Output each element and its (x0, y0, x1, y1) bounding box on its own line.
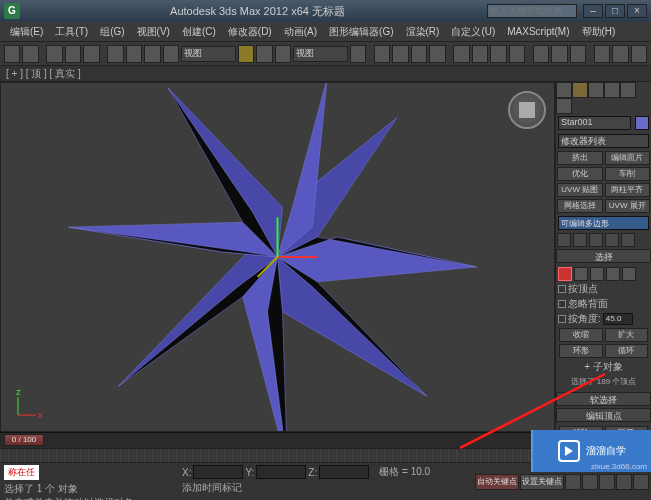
selection-filter-dropdown[interactable]: 视图 (181, 46, 236, 62)
select-button[interactable] (107, 45, 123, 63)
object-color-swatch[interactable] (635, 116, 649, 130)
angle-snap-button[interactable] (392, 45, 408, 63)
uvw-unwrap-button[interactable]: UVW 展开 (605, 199, 651, 213)
menu-graph[interactable]: 图形编辑器(G) (323, 25, 399, 39)
align-button[interactable] (490, 45, 506, 63)
by-vertex-checkbox[interactable] (558, 285, 566, 293)
menu-create[interactable]: 创建(C) (176, 25, 222, 39)
viewcube[interactable] (508, 91, 546, 129)
curve-editor-button[interactable] (533, 45, 549, 63)
layers-button[interactable] (509, 45, 525, 63)
ring-button[interactable]: 环形 (559, 344, 603, 358)
ignore-backfacing-checkbox[interactable] (558, 300, 566, 308)
move-tool[interactable] (238, 45, 254, 63)
remove-modifier-button[interactable] (605, 233, 619, 247)
uvw-map-button[interactable]: UVW 贴图 (557, 183, 603, 197)
menu-help[interactable]: 帮助(H) (576, 25, 622, 39)
rotate-tool[interactable] (256, 45, 272, 63)
menu-edit[interactable]: 编辑(E) (4, 25, 49, 39)
configure-sets-button[interactable] (621, 233, 635, 247)
show-end-result-button[interactable] (573, 233, 587, 247)
viewport[interactable]: x z (0, 82, 555, 432)
mirror-button[interactable] (472, 45, 488, 63)
mesh-select-button[interactable]: 网格选择 (557, 199, 603, 213)
snap-button[interactable] (374, 45, 390, 63)
prev-frame-button[interactable] (582, 474, 598, 490)
viewport-label[interactable]: [ + ] [ 顶 ] [ 真实 ] (6, 67, 81, 81)
hierarchy-tab[interactable] (588, 82, 604, 98)
render-frame-button[interactable] (612, 45, 628, 63)
polygon-subobject-button[interactable] (606, 267, 620, 281)
element-subobject-button[interactable] (622, 267, 636, 281)
y-coord-field[interactable] (256, 465, 306, 479)
display-tab[interactable] (620, 82, 636, 98)
next-frame-button[interactable] (616, 474, 632, 490)
modify-tab[interactable] (572, 82, 588, 98)
select-filter-button[interactable] (163, 45, 179, 63)
schematic-button[interactable] (551, 45, 567, 63)
edit-patch-button[interactable]: 编辑面片 (605, 151, 651, 165)
modifier-list-dropdown[interactable]: 修改器列表 (558, 134, 649, 148)
selection-rollout-header[interactable]: 选择 (556, 249, 651, 263)
object-name-field[interactable]: Star001 (558, 116, 631, 130)
select-region-button[interactable] (126, 45, 142, 63)
goto-start-button[interactable] (565, 474, 581, 490)
select-name-button[interactable] (144, 45, 160, 63)
script-listener[interactable]: 添加时间标记 (182, 481, 471, 495)
z-coord-field[interactable] (319, 465, 369, 479)
scale-tool[interactable] (275, 45, 291, 63)
link-button[interactable] (46, 45, 62, 63)
render-setup-button[interactable] (594, 45, 610, 63)
twm-button[interactable]: 两柱平齐 (605, 183, 651, 197)
utilities-tab[interactable] (556, 98, 572, 114)
angle-spinner[interactable]: 45.0 (603, 313, 633, 325)
spinner-snap-button[interactable] (429, 45, 445, 63)
menu-render[interactable]: 渲染(R) (400, 25, 446, 39)
create-tab[interactable] (556, 82, 572, 98)
play-button[interactable] (599, 474, 615, 490)
named-sel-button[interactable] (453, 45, 469, 63)
goto-end-button[interactable] (633, 474, 649, 490)
material-editor-button[interactable] (570, 45, 586, 63)
current-frame-indicator[interactable]: 0 / 100 (4, 434, 44, 446)
optimize-button[interactable]: 优化 (557, 167, 603, 181)
x-coord-field[interactable] (193, 465, 243, 479)
menu-group[interactable]: 组(G) (94, 25, 130, 39)
help-search-input[interactable] (487, 4, 577, 18)
make-unique-button[interactable] (589, 233, 603, 247)
grow-button[interactable]: 扩大 (605, 328, 649, 342)
pivot-button[interactable] (350, 45, 366, 63)
by-angle-checkbox[interactable] (558, 315, 566, 323)
auto-key-button[interactable]: 自动关键点 (475, 474, 519, 490)
maximize-button[interactable]: □ (605, 4, 625, 18)
percent-snap-button[interactable] (411, 45, 427, 63)
set-key-button[interactable]: 设置关键点 (520, 474, 564, 490)
stack-item-editable-poly[interactable]: 可编辑多边形 (559, 217, 648, 229)
undo-button[interactable] (4, 45, 20, 63)
close-button[interactable]: × (627, 4, 647, 18)
bind-button[interactable] (83, 45, 99, 63)
pin-stack-button[interactable] (557, 233, 571, 247)
menu-views[interactable]: 视图(V) (131, 25, 176, 39)
cap-button[interactable]: 车削 (605, 167, 651, 181)
menu-tools[interactable]: 工具(T) (49, 25, 94, 39)
menu-maxscript[interactable]: MAXScript(M) (501, 26, 575, 37)
unlink-button[interactable] (65, 45, 81, 63)
shrink-button[interactable]: 收缩 (559, 328, 603, 342)
render-button[interactable] (631, 45, 647, 63)
extrude-button[interactable]: 挤出 (557, 151, 603, 165)
modifier-stack[interactable]: 可编辑多边形 (558, 216, 649, 230)
menu-animation[interactable]: 动画(A) (278, 25, 323, 39)
redo-button[interactable] (22, 45, 38, 63)
vertex-subobject-button[interactable] (558, 267, 572, 281)
soft-selection-rollout-header[interactable]: 软选择 (556, 392, 651, 406)
menu-custom[interactable]: 自定义(U) (445, 25, 501, 39)
edge-subobject-button[interactable] (574, 267, 588, 281)
ref-coord-dropdown[interactable]: 视图 (293, 46, 348, 62)
border-subobject-button[interactable] (590, 267, 604, 281)
edit-vertices-rollout-header[interactable]: 编辑顶点 (556, 408, 651, 422)
motion-tab[interactable] (604, 82, 620, 98)
minimize-button[interactable]: – (583, 4, 603, 18)
loop-button[interactable]: 循环 (605, 344, 649, 358)
menu-modifiers[interactable]: 修改器(D) (222, 25, 278, 39)
